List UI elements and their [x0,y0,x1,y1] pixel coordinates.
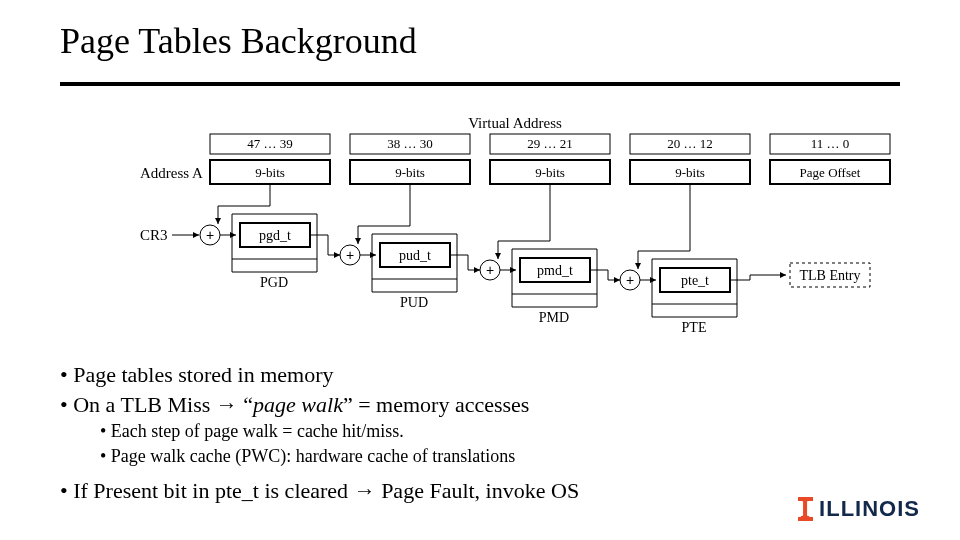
svg-text:Page Offset: Page Offset [800,165,861,180]
svg-text:+: + [346,247,354,263]
pte-to-tlb [730,275,786,280]
svg-text:9-bits: 9-bits [535,165,565,180]
illinois-logo: IILLINOIS [798,496,920,522]
bullet-2a: • Each step of page walk = cache hit/mis… [100,419,579,443]
bullet-2: • On a TLB Miss → “page walk” = memory a… [60,390,579,420]
table-pgd: PGD [260,275,288,290]
svg-text:pmd_t: pmd_t [537,263,573,278]
svg-text:pte_t: pte_t [681,273,709,288]
virtual-address-label: Virtual Address [468,115,562,131]
svg-text:+: + [206,227,214,243]
cr3-label: CR3 [140,227,168,243]
svg-text:9-bits: 9-bits [255,165,285,180]
table-pte: PTE [682,320,707,335]
svg-text:20 … 12: 20 … 12 [667,136,713,151]
svg-text:+: + [486,262,494,278]
bullet-2b: • Page walk cache (PWC): hardware cache … [100,444,579,468]
bullet-1: • Page tables stored in memory [60,360,579,390]
block-i-icon: I [798,497,813,521]
svg-text:38 … 30: 38 … 30 [387,136,433,151]
table-pmd: PMD [539,310,569,325]
svg-text:29 … 21: 29 … 21 [527,136,573,151]
svg-text:47 … 39: 47 … 39 [247,136,293,151]
svg-text:9-bits: 9-bits [395,165,425,180]
svg-text:+: + [626,272,634,288]
address-a-label: Address A [140,165,203,181]
svg-text:11 … 0: 11 … 0 [811,136,850,151]
svg-text:9-bits: 9-bits [675,165,705,180]
address-a-row: 9-bits 9-bits 9-bits 9-bits Page Offset [210,160,890,184]
entry-boxes: pgd_t pud_t pmd_t pte_t TLB Entry [240,223,870,292]
bit-range-row: 47 … 39 38 … 30 29 … 21 20 … 12 11 … 0 [210,134,890,154]
svg-text:pud_t: pud_t [399,248,431,263]
table-pud: PUD [400,295,428,310]
svg-text:pgd_t: pgd_t [259,228,291,243]
bullet-3: • If Present bit in pte_t is cleared → P… [60,476,579,506]
bullet-list: • Page tables stored in memory • On a TL… [60,360,579,506]
svg-text:TLB Entry: TLB Entry [799,268,860,283]
